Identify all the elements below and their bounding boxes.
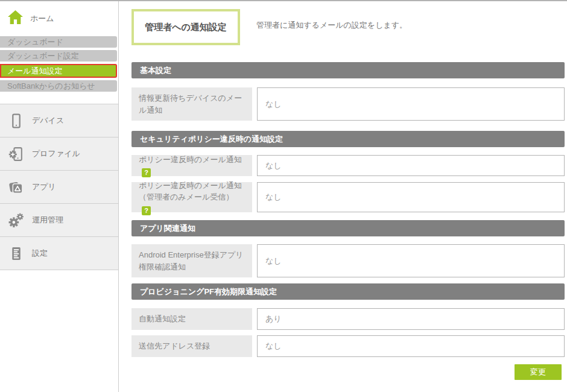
table-row: ポリシー違反時のメール通知（管理者のみメール受信）? なし — [131, 182, 565, 212]
row-label: 自動通知設定 — [131, 308, 252, 330]
help-icon[interactable]: ? — [142, 168, 151, 177]
section-header-basic-settings: 基本設定 — [131, 62, 565, 78]
sidebar-item-devices[interactable]: デバイス — [0, 104, 118, 138]
main-content: 管理者への通知設定 管理者に通知するメールの設定をします。 基本設定 情報更新待… — [131, 0, 565, 380]
sidebar: ホーム ダッシュボード ダッシュボード設定 メール通知設定 SoftBankから… — [0, 1, 119, 392]
help-icon[interactable]: ? — [142, 206, 151, 215]
table-row: 送信先アドレス登録 なし — [131, 335, 565, 357]
section-header-security-policy: セキュリティポリシー違反時の通知設定 — [131, 131, 565, 147]
page-header: 管理者への通知設定 管理者に通知するメールの設定をします。 — [131, 9, 565, 45]
row-value: なし — [257, 87, 565, 121]
sidebar-submenu: ダッシュボード ダッシュボード設定 メール通知設定 SoftBankからのお知ら… — [0, 36, 118, 94]
row-label: ポリシー違反時のメール通知（管理者のみメール受信）? — [131, 182, 252, 212]
sidebar-item-operations[interactable]: 運用管理 — [0, 204, 118, 237]
table-row: Android Enterprise登録アプリ権限確認通知 なし — [131, 244, 565, 277]
row-value: なし — [257, 244, 565, 277]
operations-gears-icon — [8, 212, 24, 229]
home-icon — [7, 9, 24, 28]
sidebar-item-profiles[interactable]: プロファイル — [0, 138, 118, 171]
section-header-app-notifications: アプリ関連通知 — [131, 220, 565, 236]
row-label: ポリシー違反時のメール通知? — [131, 155, 252, 176]
row-value: あり — [257, 308, 565, 330]
page-title: 管理者への通知設定 — [131, 9, 240, 45]
sidebar-item-dashboard[interactable]: ダッシュボード — [0, 36, 117, 48]
home-label: ホーム — [30, 13, 54, 24]
nav-item-label: デバイス — [32, 115, 64, 126]
nav-item-label: アプリ — [32, 182, 56, 192]
row-label: 送信先アドレス登録 — [131, 335, 252, 357]
row-value: なし — [257, 155, 565, 176]
change-button[interactable]: 変更 — [515, 364, 562, 380]
device-icon — [8, 113, 24, 129]
apps-icon — [8, 179, 24, 195]
sidebar-item-home[interactable]: ホーム — [0, 1, 118, 36]
profile-icon — [8, 146, 24, 162]
row-value: なし — [257, 335, 565, 357]
sidebar-item-apps[interactable]: アプリ — [0, 171, 118, 204]
table-row: 自動通知設定 あり — [131, 308, 565, 330]
button-row: 変更 — [131, 364, 565, 380]
sidebar-item-softbank-news[interactable]: SoftBankからのお知らせ — [0, 80, 117, 92]
nav-item-label: 設定 — [32, 248, 48, 259]
row-label: Android Enterprise登録アプリ権限確認通知 — [131, 244, 252, 277]
row-value: なし — [257, 182, 565, 212]
row-label: 情報更新待ちデバイスのメール通知 — [131, 87, 252, 121]
section-header-provisioning-pf: プロビジョニングPF有効期限通知設定 — [131, 283, 565, 300]
page-description: 管理者に通知するメールの設定をします。 — [256, 9, 407, 45]
sidebar-item-dashboard-settings[interactable]: ダッシュボード設定 — [0, 50, 117, 62]
table-row: ポリシー違反時のメール通知? なし — [131, 155, 565, 176]
nav-item-label: 運用管理 — [32, 215, 63, 226]
sidebar-item-settings[interactable]: 設定 — [0, 237, 118, 270]
table-row: 情報更新待ちデバイスのメール通知 なし — [131, 87, 565, 121]
settings-document-icon — [8, 245, 24, 262]
sidebar-item-mail-notification-settings[interactable]: メール通知設定 — [0, 64, 117, 78]
nav-item-label: プロファイル — [32, 148, 80, 159]
sidebar-nav-sections: デバイス プロファイル — [0, 104, 118, 270]
